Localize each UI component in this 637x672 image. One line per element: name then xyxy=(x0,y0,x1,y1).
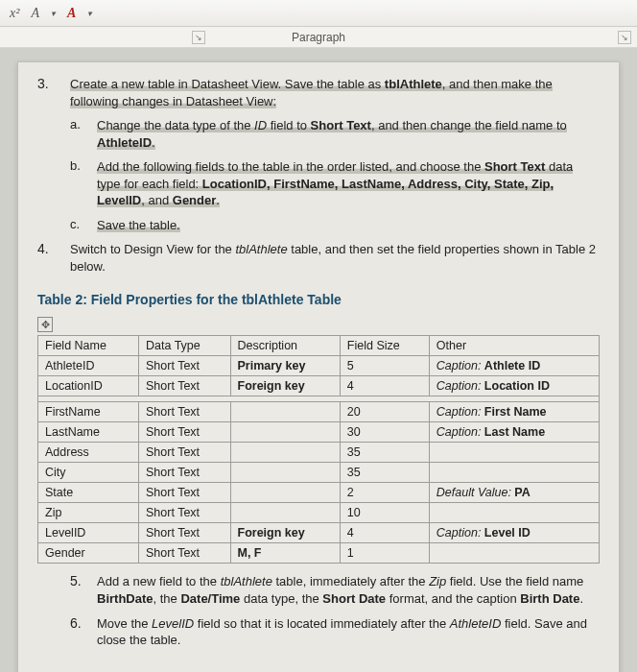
sub-item-a: a. Change the data type of the ID field … xyxy=(70,117,600,151)
table-row: LastNameShort Text30Caption: Last Name xyxy=(38,422,600,443)
table-cell xyxy=(429,463,599,483)
superscript-icon[interactable]: x² xyxy=(10,6,19,21)
sub-letter: a. xyxy=(70,117,97,151)
field-properties-table: Field Name Data Type Description Field S… xyxy=(37,335,600,564)
col-field-size: Field Size xyxy=(340,336,429,356)
table-cell xyxy=(230,402,340,422)
table-cell: Caption: Level ID xyxy=(429,523,599,543)
text-bold: Short Text xyxy=(311,118,371,132)
table-cell xyxy=(429,443,599,463)
table-cell xyxy=(230,503,340,523)
text-bold: Short Date xyxy=(322,591,386,606)
text: field. Use the field name xyxy=(446,574,583,588)
list-item-4: 4. Switch to Design View for the tblAthl… xyxy=(37,241,600,275)
table-cell: Short Text xyxy=(139,543,231,564)
highlight-button[interactable]: A xyxy=(67,6,76,21)
document-page: 3. Create a new table in Datasheet View.… xyxy=(17,61,620,672)
table-cell: Gender xyxy=(38,543,139,564)
text: format, and the caption xyxy=(386,591,520,606)
paragraph-group-label: Paragraph xyxy=(292,31,345,44)
text: table, immediately after the xyxy=(272,574,429,588)
table-row: GenderShort TextM, F1 xyxy=(38,543,600,564)
text: Switch to Design View for the xyxy=(70,242,235,256)
ribbon-toolbar: x² A ▾ A ▾ xyxy=(0,0,637,27)
table-cell: 30 xyxy=(340,422,429,443)
table-cell xyxy=(230,443,340,463)
text-bold: Short Text xyxy=(484,159,545,174)
table-cell: Short Text xyxy=(139,443,231,463)
dropdown-arrow-icon[interactable]: ▾ xyxy=(87,9,92,18)
dialog-launcher-icon[interactable]: ↘ xyxy=(618,31,631,44)
table-cell xyxy=(230,422,340,443)
text: , and then change the field name to xyxy=(371,118,567,132)
sub-letter: c. xyxy=(70,217,97,234)
table-cell: Primary key xyxy=(230,356,340,376)
table-cell: 4 xyxy=(340,376,429,396)
table2-title: Table 2: Field Properties for the tblAth… xyxy=(37,292,600,307)
table-header-row: Field Name Data Type Description Field S… xyxy=(38,336,600,356)
table-cell: City xyxy=(38,463,139,483)
text-bold: BirthDate xyxy=(97,591,153,606)
col-data-type: Data Type xyxy=(139,336,231,356)
table-cell xyxy=(429,503,599,523)
table-cell: Caption: Athlete ID xyxy=(429,356,599,376)
text-italic: LevelID xyxy=(152,616,194,631)
col-description: Description xyxy=(230,336,340,356)
table-cell: 1 xyxy=(340,543,429,564)
table-cell: State xyxy=(38,483,139,503)
table-cell: Default Value: PA xyxy=(429,483,599,503)
table-cell: M, F xyxy=(230,543,340,564)
table-cell: Short Text xyxy=(139,422,231,443)
text: data type, the xyxy=(240,591,322,606)
text: . xyxy=(152,135,155,150)
text: . xyxy=(579,591,583,606)
col-field-name: Field Name xyxy=(38,336,139,356)
ribbon-group-label-row: ↘ Paragraph ↘ xyxy=(0,27,637,48)
table-row: AthleteIDShort TextPrimary key5Caption: … xyxy=(38,356,600,376)
text: field to xyxy=(267,118,311,132)
list-number: 6. xyxy=(70,615,97,649)
text: . xyxy=(216,193,220,207)
sub-item-b: b. Add the following fields to the table… xyxy=(70,158,600,209)
list-number: 5. xyxy=(70,573,97,607)
dialog-launcher-icon[interactable]: ↘ xyxy=(192,31,205,44)
table-cell: Short Text xyxy=(139,402,231,422)
table-cell: Short Text xyxy=(139,463,231,483)
text-italic: Zip xyxy=(429,574,446,588)
table-cell: 20 xyxy=(340,402,429,422)
table-cell: 10 xyxy=(340,503,429,523)
list-item-3: 3. Create a new table in Datasheet View.… xyxy=(37,76,600,109)
table-cell: Caption: Last Name xyxy=(429,422,599,443)
text-bold: Date/Time xyxy=(180,591,240,606)
table-cell xyxy=(230,483,340,503)
text-bold: tblAthlete xyxy=(385,77,442,91)
table-row: LevelIDShort TextForeign key4Caption: Le… xyxy=(38,523,600,543)
list-item-5: 5. Add a new field to the tblAthlete tab… xyxy=(70,573,600,607)
table-cell: LastName xyxy=(38,422,139,443)
table-cell: Address xyxy=(38,443,139,463)
table-cell: Short Text xyxy=(139,503,231,523)
table-cell: LocationID xyxy=(38,376,139,396)
dropdown-arrow-icon[interactable]: ▾ xyxy=(51,9,56,18)
table-row: LocationIDShort TextForeign key4Caption:… xyxy=(38,376,600,396)
text: Move the xyxy=(97,616,152,631)
table-cell xyxy=(230,463,340,483)
text-bold: AthleteID xyxy=(97,135,152,150)
font-color-button[interactable]: A xyxy=(31,6,39,21)
table-cell: Short Text xyxy=(139,356,231,376)
table-cell: 35 xyxy=(340,443,429,463)
table-row: AddressShort Text35 xyxy=(38,443,600,463)
text: Add a new field to the xyxy=(97,574,221,588)
text-bold: Birth Date xyxy=(520,591,579,606)
text: Add the following fields to the table in… xyxy=(97,159,484,174)
table-cell: Short Text xyxy=(139,376,231,396)
text: Change the data type of the xyxy=(97,118,254,132)
table-row: ZipShort Text10 xyxy=(38,503,600,523)
text-italic: ID xyxy=(254,118,267,132)
text: field so that it is located immediately … xyxy=(194,616,450,631)
table-cell: Foreign key xyxy=(230,523,340,543)
text: , the xyxy=(153,591,181,606)
table-move-handle-icon[interactable]: ✥ xyxy=(37,317,53,332)
table-cell: LevelID xyxy=(38,523,139,543)
table-row: StateShort Text2Default Value: PA xyxy=(38,483,600,503)
